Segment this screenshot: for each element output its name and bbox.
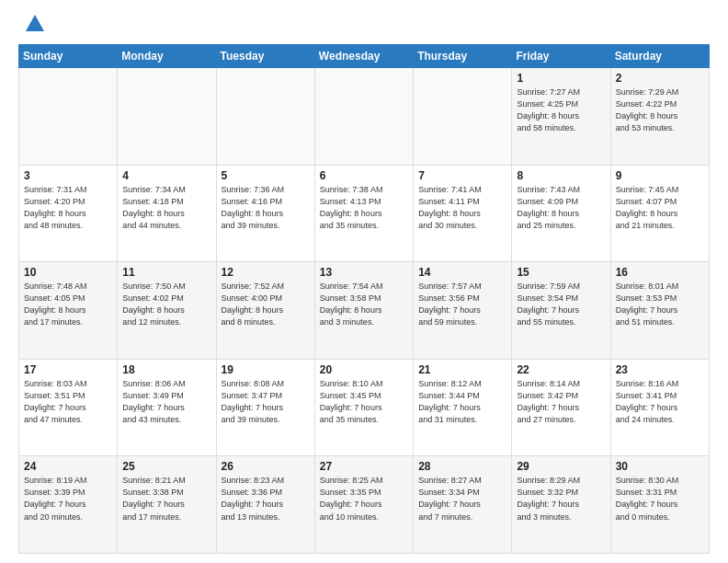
day-number: 29 xyxy=(517,460,605,473)
day-info: Sunrise: 7:52 AM Sunset: 4:00 PM Dayligh… xyxy=(222,281,310,328)
day-info: Sunrise: 8:25 AM Sunset: 3:35 PM Dayligh… xyxy=(320,475,408,523)
day-info: Sunrise: 7:54 AM Sunset: 3:58 PM Dayligh… xyxy=(320,281,408,328)
day-number: 24 xyxy=(24,460,112,473)
calendar-cell: 8Sunrise: 7:43 AM Sunset: 4:09 PM Daylig… xyxy=(512,165,610,262)
day-info: Sunrise: 8:01 AM Sunset: 3:53 PM Dayligh… xyxy=(616,281,704,328)
day-info: Sunrise: 7:41 AM Sunset: 4:11 PM Dayligh… xyxy=(418,184,506,232)
calendar-cell xyxy=(314,68,413,166)
calendar-week-row: 17Sunrise: 8:03 AM Sunset: 3:51 PM Dayli… xyxy=(19,359,710,456)
day-info: Sunrise: 8:16 AM Sunset: 3:41 PM Dayligh… xyxy=(616,378,704,426)
calendar-day-header: Friday xyxy=(512,45,610,68)
day-number: 1 xyxy=(517,72,605,85)
calendar-cell: 3Sunrise: 7:31 AM Sunset: 4:20 PM Daylig… xyxy=(19,165,118,262)
day-number: 19 xyxy=(222,363,310,376)
day-number: 7 xyxy=(418,169,506,182)
day-number: 23 xyxy=(616,363,704,376)
day-number: 30 xyxy=(616,460,704,473)
day-number: 17 xyxy=(24,363,112,376)
day-info: Sunrise: 8:14 AM Sunset: 3:42 PM Dayligh… xyxy=(517,378,605,426)
calendar-cell: 20Sunrise: 8:10 AM Sunset: 3:45 PM Dayli… xyxy=(314,359,413,456)
calendar-cell: 5Sunrise: 7:36 AM Sunset: 4:16 PM Daylig… xyxy=(216,165,314,262)
calendar-cell: 9Sunrise: 7:45 AM Sunset: 4:07 PM Daylig… xyxy=(610,165,709,262)
day-info: Sunrise: 8:30 AM Sunset: 3:31 PM Dayligh… xyxy=(616,475,704,523)
day-info: Sunrise: 8:06 AM Sunset: 3:49 PM Dayligh… xyxy=(122,378,210,426)
day-number: 20 xyxy=(320,363,408,376)
day-info: Sunrise: 8:23 AM Sunset: 3:36 PM Dayligh… xyxy=(222,475,310,523)
logo-icon xyxy=(22,11,48,37)
calendar-week-row: 3Sunrise: 7:31 AM Sunset: 4:20 PM Daylig… xyxy=(19,165,710,262)
calendar-cell: 30Sunrise: 8:30 AM Sunset: 3:31 PM Dayli… xyxy=(610,456,709,554)
day-number: 27 xyxy=(320,460,408,473)
calendar-day-header: Saturday xyxy=(610,45,709,68)
day-number: 6 xyxy=(320,169,408,182)
day-number: 28 xyxy=(418,460,506,473)
calendar-cell xyxy=(414,68,512,166)
day-info: Sunrise: 7:48 AM Sunset: 4:05 PM Dayligh… xyxy=(24,281,112,328)
calendar-cell: 1Sunrise: 7:27 AM Sunset: 4:25 PM Daylig… xyxy=(512,68,610,166)
calendar-week-row: 24Sunrise: 8:19 AM Sunset: 3:39 PM Dayli… xyxy=(19,456,710,554)
calendar-cell: 2Sunrise: 7:29 AM Sunset: 4:22 PM Daylig… xyxy=(610,68,709,166)
calendar-cell: 21Sunrise: 8:12 AM Sunset: 3:44 PM Dayli… xyxy=(414,359,512,456)
calendar-day-header: Tuesday xyxy=(216,45,314,68)
day-info: Sunrise: 8:29 AM Sunset: 3:32 PM Dayligh… xyxy=(517,475,605,523)
calendar-cell: 12Sunrise: 7:52 AM Sunset: 4:00 PM Dayli… xyxy=(216,262,314,360)
calendar-cell xyxy=(216,68,314,166)
calendar-cell xyxy=(118,68,216,166)
calendar-cell: 14Sunrise: 7:57 AM Sunset: 3:56 PM Dayli… xyxy=(414,262,512,360)
header xyxy=(18,15,710,37)
day-number: 16 xyxy=(616,266,704,279)
calendar-cell: 26Sunrise: 8:23 AM Sunset: 3:36 PM Dayli… xyxy=(216,456,314,554)
day-info: Sunrise: 8:03 AM Sunset: 3:51 PM Dayligh… xyxy=(24,378,112,426)
page: SundayMondayTuesdayWednesdayThursdayFrid… xyxy=(0,0,728,563)
day-info: Sunrise: 8:10 AM Sunset: 3:45 PM Dayligh… xyxy=(320,378,408,426)
day-number: 2 xyxy=(616,72,704,85)
calendar-cell: 13Sunrise: 7:54 AM Sunset: 3:58 PM Dayli… xyxy=(314,262,413,360)
day-info: Sunrise: 8:21 AM Sunset: 3:38 PM Dayligh… xyxy=(122,475,210,523)
calendar-cell: 6Sunrise: 7:38 AM Sunset: 4:13 PM Daylig… xyxy=(314,165,413,262)
day-number: 15 xyxy=(517,266,605,279)
calendar-cell: 22Sunrise: 8:14 AM Sunset: 3:42 PM Dayli… xyxy=(512,359,610,456)
logo xyxy=(18,18,48,37)
calendar-cell: 18Sunrise: 8:06 AM Sunset: 3:49 PM Dayli… xyxy=(118,359,216,456)
day-number: 14 xyxy=(418,266,506,279)
calendar-table: SundayMondayTuesdayWednesdayThursdayFrid… xyxy=(18,44,710,554)
day-info: Sunrise: 7:45 AM Sunset: 4:07 PM Dayligh… xyxy=(616,184,704,232)
calendar-day-header: Monday xyxy=(118,45,216,68)
day-number: 25 xyxy=(122,460,210,473)
calendar-cell: 28Sunrise: 8:27 AM Sunset: 3:34 PM Dayli… xyxy=(414,456,512,554)
day-number: 4 xyxy=(122,169,210,182)
day-number: 22 xyxy=(517,363,605,376)
day-number: 13 xyxy=(320,266,408,279)
day-number: 9 xyxy=(616,169,704,182)
day-info: Sunrise: 7:34 AM Sunset: 4:18 PM Dayligh… xyxy=(122,184,210,232)
calendar-cell: 4Sunrise: 7:34 AM Sunset: 4:18 PM Daylig… xyxy=(118,165,216,262)
calendar-day-header: Wednesday xyxy=(314,45,413,68)
day-number: 10 xyxy=(24,266,112,279)
calendar-cell: 24Sunrise: 8:19 AM Sunset: 3:39 PM Dayli… xyxy=(19,456,118,554)
day-info: Sunrise: 7:27 AM Sunset: 4:25 PM Dayligh… xyxy=(517,86,605,134)
calendar-cell: 19Sunrise: 8:08 AM Sunset: 3:47 PM Dayli… xyxy=(216,359,314,456)
calendar-cell: 23Sunrise: 8:16 AM Sunset: 3:41 PM Dayli… xyxy=(610,359,709,456)
calendar-day-header: Thursday xyxy=(414,45,512,68)
day-info: Sunrise: 8:12 AM Sunset: 3:44 PM Dayligh… xyxy=(418,378,506,426)
day-number: 12 xyxy=(222,266,310,279)
day-number: 3 xyxy=(24,169,112,182)
day-info: Sunrise: 7:31 AM Sunset: 4:20 PM Dayligh… xyxy=(24,184,112,232)
day-info: Sunrise: 7:38 AM Sunset: 4:13 PM Dayligh… xyxy=(320,184,408,232)
day-info: Sunrise: 8:08 AM Sunset: 3:47 PM Dayligh… xyxy=(222,378,310,426)
calendar-week-row: 10Sunrise: 7:48 AM Sunset: 4:05 PM Dayli… xyxy=(19,262,710,360)
day-number: 8 xyxy=(517,169,605,182)
calendar-day-header: Sunday xyxy=(19,45,118,68)
calendar-cell: 7Sunrise: 7:41 AM Sunset: 4:11 PM Daylig… xyxy=(414,165,512,262)
day-info: Sunrise: 8:19 AM Sunset: 3:39 PM Dayligh… xyxy=(24,475,112,523)
day-info: Sunrise: 8:27 AM Sunset: 3:34 PM Dayligh… xyxy=(418,475,506,523)
calendar-header-row: SundayMondayTuesdayWednesdayThursdayFrid… xyxy=(19,45,710,68)
calendar-cell: 25Sunrise: 8:21 AM Sunset: 3:38 PM Dayli… xyxy=(118,456,216,554)
calendar-cell xyxy=(19,68,118,166)
calendar-cell: 16Sunrise: 8:01 AM Sunset: 3:53 PM Dayli… xyxy=(610,262,709,360)
calendar-cell: 11Sunrise: 7:50 AM Sunset: 4:02 PM Dayli… xyxy=(118,262,216,360)
day-info: Sunrise: 7:43 AM Sunset: 4:09 PM Dayligh… xyxy=(517,184,605,232)
day-info: Sunrise: 7:29 AM Sunset: 4:22 PM Dayligh… xyxy=(616,86,704,134)
calendar-week-row: 1Sunrise: 7:27 AM Sunset: 4:25 PM Daylig… xyxy=(19,68,710,166)
day-number: 26 xyxy=(222,460,310,473)
